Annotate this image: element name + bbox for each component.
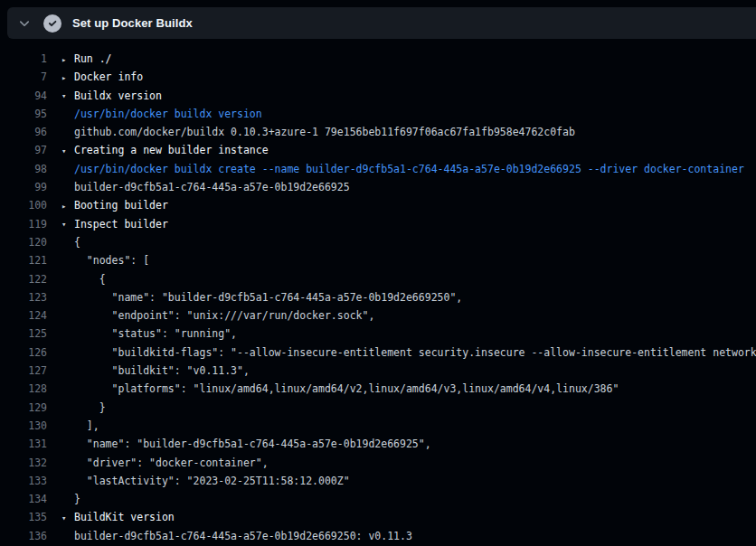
line-number[interactable]: 132 <box>0 454 47 472</box>
log-line: 94▾Buildx version <box>0 87 756 105</box>
triangle-down-icon[interactable]: ▾ <box>61 142 74 160</box>
log-text: /usr/bin/docker buildx version <box>61 105 262 123</box>
log-line: 98/usr/bin/docker buildx create --name b… <box>0 160 756 178</box>
log-line-text: "endpoint": "unix:///var/run/docker.sock… <box>74 309 374 322</box>
line-number[interactable]: 7 <box>0 68 47 86</box>
line-number[interactable]: 99 <box>0 178 47 196</box>
chevron-down-icon[interactable] <box>18 17 31 30</box>
log-group-toggle[interactable]: ▾Buildx version <box>61 87 162 105</box>
line-number[interactable]: 123 <box>0 288 47 306</box>
log-text: "buildkitd-flags": "--allow-insecure-ent… <box>61 344 756 362</box>
log-text: "status": "running", <box>61 325 237 343</box>
log-line: 119▾Inspect builder <box>0 215 756 233</box>
line-number[interactable]: 121 <box>0 251 47 269</box>
log-text: builder-d9cfb5a1-c764-445a-a57e-0b19d2e6… <box>61 527 412 545</box>
triangle-down-icon[interactable]: ▾ <box>61 87 74 105</box>
line-number[interactable]: 120 <box>0 233 47 251</box>
log-line-text: BuildKit version <box>74 511 175 523</box>
log-text: builder-d9cfb5a1-c764-445a-a57e-0b19d2e6… <box>61 178 350 196</box>
log-text: "platforms": "linux/amd64,linux/amd64/v2… <box>61 380 619 398</box>
line-number[interactable]: 96 <box>0 123 47 141</box>
step-header[interactable]: Set up Docker Buildx <box>7 7 756 39</box>
line-number[interactable]: 1 <box>0 50 47 68</box>
log-group-toggle[interactable]: ▸Run ./ <box>61 50 112 68</box>
log-line: 133 "lastActivity": "2023-02-25T11:58:12… <box>0 472 756 490</box>
log-line-text: { <box>74 273 106 286</box>
log-line: 129 } <box>0 399 756 417</box>
line-number[interactable]: 94 <box>0 87 47 105</box>
line-number[interactable]: 135 <box>0 508 47 526</box>
log-text: { <box>61 270 106 288</box>
log-line: 99builder-d9cfb5a1-c764-445a-a57e-0b19d2… <box>0 178 756 196</box>
line-number[interactable]: 119 <box>0 215 47 233</box>
log-group-toggle[interactable]: ▾BuildKit version <box>61 508 175 526</box>
line-number[interactable]: 100 <box>0 196 47 214</box>
log-line-text: /usr/bin/docker buildx version <box>74 108 262 120</box>
log-line-text: Buildx version <box>74 89 162 102</box>
log-line: 96github.com/docker/buildx 0.10.3+azure-… <box>0 123 756 141</box>
log-line: 127 "buildkit": "v0.11.3", <box>0 362 756 380</box>
line-number[interactable]: 122 <box>0 270 47 288</box>
line-number[interactable]: 126 <box>0 344 47 362</box>
line-number[interactable]: 98 <box>0 160 47 178</box>
log-line: 131 "name": "builder-d9cfb5a1-c764-445a-… <box>0 435 756 453</box>
line-number[interactable]: 134 <box>0 490 47 508</box>
log-line: 122 { <box>0 270 756 288</box>
log-text: "lastActivity": "2023-02-25T11:58:12.000… <box>61 472 350 490</box>
log-line-text: "lastActivity": "2023-02-25T11:58:12.000… <box>74 475 350 487</box>
log-line: 130 ], <box>0 417 756 435</box>
line-number[interactable]: 124 <box>0 306 47 325</box>
log-line: 7▸Docker info <box>0 68 756 86</box>
line-number[interactable]: 130 <box>0 417 47 435</box>
line-number[interactable]: 133 <box>0 472 47 490</box>
line-number[interactable]: 127 <box>0 362 47 380</box>
log-line: 123 "name": "builder-d9cfb5a1-c764-445a-… <box>0 288 756 306</box>
line-number[interactable]: 129 <box>0 399 47 417</box>
line-number[interactable]: 131 <box>0 435 47 453</box>
triangle-right-icon[interactable]: ▸ <box>61 197 74 215</box>
log-line: 124 "endpoint": "unix:///var/run/docker.… <box>0 306 756 325</box>
log-line: 120{ <box>0 233 756 251</box>
log-text: "endpoint": "unix:///var/run/docker.sock… <box>61 306 374 325</box>
log-line-text: github.com/docker/buildx 0.10.3+azure-1 … <box>74 126 575 138</box>
line-number[interactable]: 136 <box>0 527 47 545</box>
triangle-right-icon[interactable]: ▸ <box>61 51 74 69</box>
log-text: } <box>61 490 80 508</box>
log-group-toggle[interactable]: ▾Inspect builder <box>61 215 168 233</box>
log-text: "buildkit": "v0.11.3", <box>61 362 250 380</box>
log-line: 126 "buildkitd-flags": "--allow-insecure… <box>0 344 756 362</box>
log-line-text: "name": "builder-d9cfb5a1-c764-445a-a57e… <box>74 291 462 304</box>
log-line-text: } <box>74 493 80 505</box>
log-line: 128 "platforms": "linux/amd64,linux/amd6… <box>0 380 756 398</box>
log-line-text: builder-d9cfb5a1-c764-445a-a57e-0b19d2e6… <box>74 181 350 193</box>
log-text: /usr/bin/docker buildx create --name bui… <box>61 160 744 178</box>
log-text: ], <box>61 417 99 435</box>
log-text: "name": "builder-d9cfb5a1-c764-445a-a57e… <box>61 288 462 306</box>
log-line-text: Inspect builder <box>74 218 168 231</box>
log-line-text: } <box>74 401 106 414</box>
log-text: github.com/docker/buildx 0.10.3+azure-1 … <box>61 123 575 141</box>
triangle-down-icon[interactable]: ▾ <box>61 215 74 233</box>
log-line-text: Creating a new builder instance <box>74 144 269 156</box>
log-text: } <box>61 399 106 417</box>
line-number[interactable]: 97 <box>0 141 47 159</box>
log-line-text: /usr/bin/docker buildx create --name bui… <box>74 163 744 175</box>
log-group-toggle[interactable]: ▾Creating a new builder instance <box>61 141 269 159</box>
log-line: 125 "status": "running", <box>0 325 756 343</box>
log-line-text: "name": "builder-d9cfb5a1-c764-445a-a57e… <box>74 438 431 450</box>
triangle-right-icon[interactable]: ▸ <box>61 69 74 87</box>
log-group-toggle[interactable]: ▸Docker info <box>61 68 143 86</box>
log-text: { <box>61 233 80 251</box>
line-number[interactable]: 95 <box>0 105 47 123</box>
log-line-text: "status": "running", <box>74 327 237 340</box>
log-line-text: "nodes": [ <box>74 254 149 267</box>
log-line: 132 "driver": "docker-container", <box>0 454 756 472</box>
line-number[interactable]: 125 <box>0 325 47 343</box>
log-line-text: ], <box>74 419 99 432</box>
log-group-toggle[interactable]: ▸Booting builder <box>61 196 168 214</box>
log-viewer: 1▸Run ./7▸Docker info94▾Buildx version95… <box>0 50 756 546</box>
line-number[interactable]: 128 <box>0 380 47 398</box>
log-line: 100▸Booting builder <box>0 196 756 214</box>
triangle-down-icon[interactable]: ▾ <box>61 509 74 527</box>
log-line-text: Run ./ <box>74 52 112 65</box>
